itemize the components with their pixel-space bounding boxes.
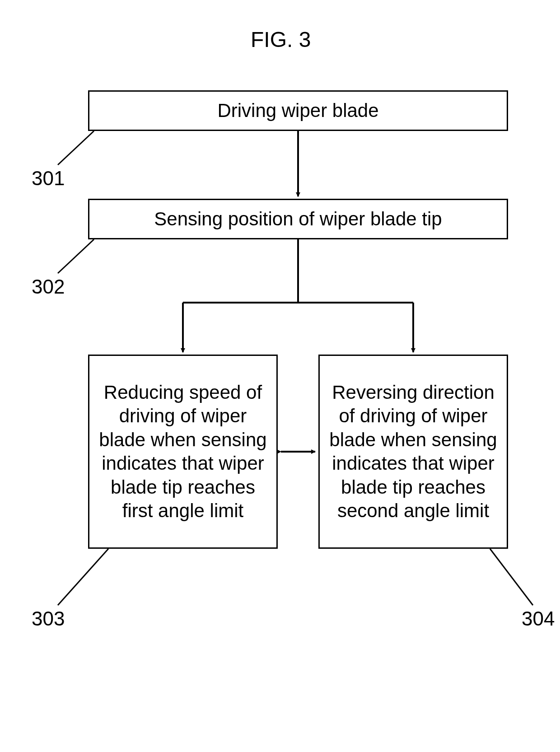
box-304-text: Reversing direction of driving of wiper … <box>329 381 498 523</box>
diagram-canvas: FIG. 3 Driving wiper blade Sensing posit… <box>0 0 560 752</box>
box-302-text: Sensing position of wiper blade tip <box>154 207 442 231</box>
leader-304 <box>490 549 533 605</box>
ref-label-301: 301 <box>32 167 65 190</box>
box-301: Driving wiper blade <box>88 90 508 131</box>
ref-label-302: 302 <box>32 276 65 298</box>
leader-301 <box>58 131 94 165</box>
leader-303 <box>58 549 108 605</box>
leader-302 <box>58 239 94 273</box>
ref-label-303: 303 <box>32 607 65 630</box>
box-302: Sensing position of wiper blade tip <box>88 199 508 239</box>
box-304: Reversing direction of driving of wiper … <box>318 355 508 549</box>
box-303: Reducing speed of driving of wiper blade… <box>88 355 278 549</box>
ref-label-304: 304 <box>522 607 555 630</box>
box-301-text: Driving wiper blade <box>217 99 378 123</box>
figure-title: FIG. 3 <box>251 27 311 52</box>
box-303-text: Reducing speed of driving of wiper blade… <box>98 381 267 523</box>
